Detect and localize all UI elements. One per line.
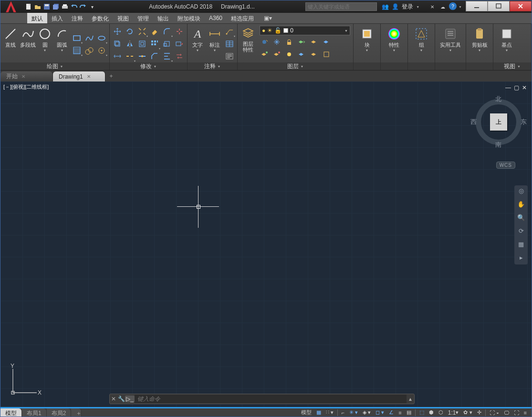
fillet-button[interactable]: ▾ xyxy=(161,26,173,37)
compass-south[interactable]: 南 xyxy=(495,141,501,149)
ribbon-tab-view[interactable]: 视图 xyxy=(113,13,133,23)
point-button[interactable]: ▾ xyxy=(96,45,107,56)
group-button[interactable]: 组▼ xyxy=(410,26,433,53)
qat-plot-icon[interactable] xyxy=(61,2,69,11)
compass-east[interactable]: 东 xyxy=(521,118,527,126)
sb-grid-icon[interactable]: ▦ xyxy=(314,408,323,417)
ribbon-tab-addins[interactable]: 附加模块 xyxy=(173,13,205,23)
dimension-button[interactable]: 标注▼ xyxy=(207,26,223,53)
ribbon-tab-a360[interactable]: A360 xyxy=(205,13,227,23)
close-icon[interactable]: ✕ xyxy=(87,74,91,79)
cmdline-config-icon[interactable]: 🔧 xyxy=(117,396,125,402)
new-file-tab-button[interactable]: ＋ xyxy=(105,71,117,81)
line-button[interactable]: 直线 xyxy=(2,26,19,49)
base-view-button[interactable]: 基点▼ xyxy=(495,26,518,53)
sb-workspace-icon[interactable]: ⛶ ▾ xyxy=(488,408,501,417)
cmdline-history-icon[interactable]: ▴ xyxy=(407,396,414,402)
layer-dropdown[interactable]: ● ☀ 🔓 0 ▼ xyxy=(260,26,350,35)
sb-isodraft-icon[interactable]: ◈ ▾ xyxy=(361,408,373,417)
qat-undo-icon[interactable] xyxy=(70,2,78,11)
qat-dropdown-icon[interactable]: ▾ xyxy=(88,2,96,11)
nav-play-icon[interactable]: ▸ xyxy=(517,254,525,263)
view-cube[interactable]: 北 南 东 西 上 xyxy=(472,96,525,148)
layer-on2-button[interactable] xyxy=(296,49,307,60)
ribbon-tab-parametric[interactable]: 参数化 xyxy=(87,13,113,23)
copy-button[interactable] xyxy=(112,38,123,50)
sb-3dosnap-icon[interactable]: ⬢ xyxy=(427,408,436,417)
viewport-controls[interactable]: [－][俯视][二维线框] xyxy=(3,83,49,91)
trim-button[interactable]: ▾ xyxy=(136,26,148,37)
utilities-button[interactable]: 实用工具▼ xyxy=(437,26,464,53)
ribbon-tab-insert[interactable]: 插入 xyxy=(47,13,67,23)
panel-layer-title[interactable]: 图层▼ xyxy=(238,62,353,70)
layer-make-current-btn[interactable] xyxy=(296,36,307,48)
table-button[interactable] xyxy=(224,38,235,50)
nav-pan-icon[interactable]: ✋ xyxy=(517,201,525,209)
add-layout-button[interactable]: ＋ xyxy=(71,408,82,417)
array-button[interactable]: ▾ xyxy=(149,38,160,50)
panel-view-title[interactable]: 视图▼ xyxy=(493,62,531,70)
sb-ortho-icon[interactable]: ⌐ xyxy=(340,408,346,417)
erase-button[interactable] xyxy=(149,26,160,37)
scale-button[interactable] xyxy=(161,38,173,50)
nav-orbit-icon[interactable]: ⟳ xyxy=(517,227,525,236)
panel-annotation-title[interactable]: 注释▼ xyxy=(188,62,237,70)
nav-zoom-icon[interactable]: 🔍 xyxy=(517,214,525,223)
sb-selection-cycle-icon[interactable]: ⬚ xyxy=(417,408,426,417)
qat-open-icon[interactable] xyxy=(33,2,42,11)
sb-polar-icon[interactable]: ✳ ▾ xyxy=(347,408,360,417)
sb-osnap-icon[interactable]: ◻ ▾ xyxy=(374,408,386,417)
sb-transparency-icon[interactable]: ▤ xyxy=(405,408,413,417)
viewport-minimize-icon[interactable]: — xyxy=(505,84,511,91)
file-tab-start[interactable]: 开始✕ xyxy=(0,71,53,81)
help-icon[interactable]: ? xyxy=(449,2,457,10)
mirror-button[interactable] xyxy=(124,38,136,50)
polyline-button[interactable]: 多段线 xyxy=(20,26,36,49)
ribbon-tab-output[interactable]: 输出 xyxy=(153,13,173,23)
join-button[interactable] xyxy=(136,51,148,62)
layer-properties-button[interactable]: 图层 特性 xyxy=(240,25,257,60)
layer-previous-button[interactable] xyxy=(321,36,332,48)
sb-annovis-icon[interactable]: ✢ xyxy=(475,408,483,417)
sb-snap-icon[interactable]: ∷ ▾ xyxy=(324,408,335,417)
qat-redo-icon[interactable] xyxy=(79,2,87,11)
explode-button[interactable] xyxy=(174,26,185,37)
lengthen-button[interactable] xyxy=(112,51,123,62)
sb-otrack-icon[interactable]: ∠ xyxy=(387,408,396,417)
hatch-button[interactable]: ▾ xyxy=(71,45,83,56)
region-button[interactable] xyxy=(83,45,95,56)
reverse-button[interactable] xyxy=(174,51,185,62)
qat-saveas-icon[interactable] xyxy=(52,2,60,11)
layout-tab-layout2[interactable]: 布局2 xyxy=(47,408,72,417)
ucs-icon[interactable]: X Y xyxy=(9,363,42,397)
layer-match-button[interactable] xyxy=(308,36,320,48)
layout-tab-model[interactable]: 模型 xyxy=(0,408,22,417)
file-tab-drawing1[interactable]: Drawing1✕ xyxy=(53,71,105,81)
offset-button[interactable] xyxy=(136,38,148,50)
rectangle-button[interactable]: ▾ xyxy=(71,32,83,44)
compass-west[interactable]: 西 xyxy=(470,118,477,126)
sb-lineweight-icon[interactable]: ≡ xyxy=(396,408,403,417)
ribbon-tab-manage[interactable]: 管理 xyxy=(133,13,153,23)
view-cube-compass[interactable] xyxy=(476,99,522,145)
close-icon[interactable]: ✕ xyxy=(21,74,25,79)
ribbon-tab-home[interactable]: 默认 xyxy=(27,13,47,23)
sb-customize-icon[interactable]: ≡ xyxy=(522,408,529,417)
layer-states-button[interactable] xyxy=(321,49,332,60)
sb-gear-icon[interactable]: ✿ ▾ xyxy=(461,408,474,417)
exchange-apps-icon[interactable]: ✕ xyxy=(428,2,437,11)
panel-modify-title[interactable]: 修改▼ xyxy=(110,62,187,70)
ribbon-more-button[interactable]: ▣▾ xyxy=(260,13,276,23)
layout-tab-layout1[interactable]: 布局1 xyxy=(22,408,47,417)
arc-button[interactable]: 圆弧▼ xyxy=(54,26,70,53)
compass-north[interactable]: 北 xyxy=(495,95,501,103)
viewport-close-icon[interactable]: ✕ xyxy=(522,84,527,91)
stretch-button[interactable] xyxy=(174,38,185,50)
wcs-indicator[interactable]: WCS xyxy=(496,162,515,169)
viewport-maximize-icon[interactable]: ▢ xyxy=(514,84,519,91)
text-button[interactable]: A 文字▼ xyxy=(189,26,206,53)
ribbon-tab-annotate[interactable]: 注释 xyxy=(67,13,87,23)
layer-lock-button[interactable] xyxy=(283,36,295,48)
command-input[interactable] xyxy=(135,395,407,403)
maximize-button[interactable] xyxy=(488,1,510,11)
